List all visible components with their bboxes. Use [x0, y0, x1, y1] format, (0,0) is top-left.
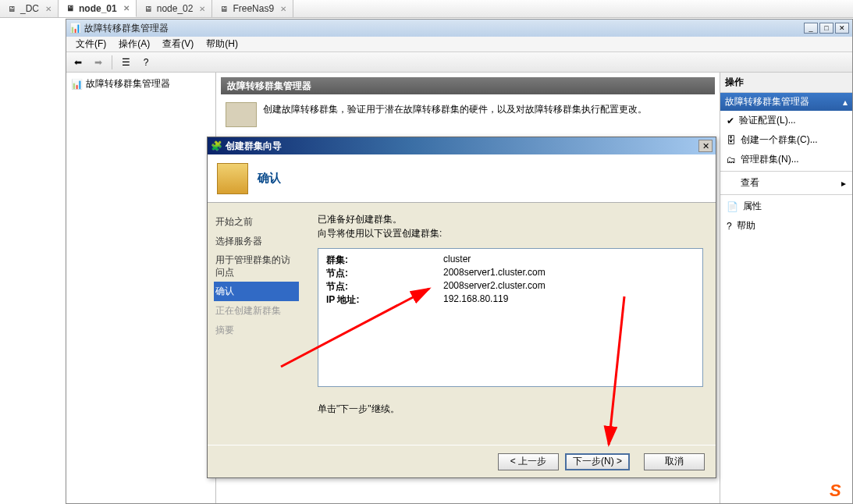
menu-file[interactable]: 文件(F): [71, 36, 111, 52]
action-create-cluster[interactable]: 🗄 创建一个群集(C)...: [720, 130, 852, 150]
separator: [720, 194, 852, 195]
step-summary: 摘要: [214, 321, 299, 340]
action-view[interactable]: 查看 ▸: [720, 173, 852, 193]
cluster-icon: 📊: [71, 79, 83, 90]
minimize-button[interactable]: _: [804, 23, 818, 34]
action-label: 创建一个群集(C)...: [741, 133, 818, 147]
window-titlebar: 📊 故障转移群集管理器 _ □ ✕: [66, 20, 852, 37]
tab-label: _DC: [20, 3, 39, 14]
close-icon[interactable]: ✕: [280, 5, 286, 13]
action-help[interactable]: ? 帮助: [720, 216, 852, 236]
row-value: 192.168.80.119: [443, 293, 695, 307]
app-icon: 📊: [69, 23, 81, 34]
settings-box[interactable]: 群集: cluster 节点: 2008server1.cluster.com …: [318, 248, 703, 387]
cancel-button[interactable]: 取消: [644, 453, 705, 470]
step-access-point[interactable]: 用于管理群集的访问点: [214, 251, 299, 282]
close-button[interactable]: ✕: [835, 23, 849, 34]
vm-icon: 🖥: [219, 3, 229, 14]
create-cluster-wizard: 🧩 创建群集向导 ✕ 确认 开始之前 选择服务器 用于管理群集的访问点 确认 正…: [207, 137, 716, 478]
row-cluster: 群集: cluster: [326, 254, 695, 267]
wizard-icon: 🧩: [211, 140, 222, 151]
tab-freenas9[interactable]: 🖥 FreeNas9 ✕: [212, 0, 293, 17]
action-label: 帮助: [737, 219, 755, 232]
sogou-icon: S: [830, 481, 850, 501]
row-node1: 节点: 2008server1.cluster.com: [326, 267, 695, 280]
back-button[interactable]: < 上一步: [498, 453, 559, 470]
vm-icon: 🖥: [6, 3, 17, 14]
wizard-hint: 单击"下一步"继续。: [318, 403, 703, 416]
step-begin[interactable]: 开始之前: [214, 212, 299, 232]
row-value: cluster: [443, 254, 695, 267]
help-icon: ?: [727, 221, 732, 232]
action-label: 管理群集(N)...: [741, 153, 799, 166]
center-header: 故障转移群集管理器: [221, 77, 715, 94]
row-key: IP 地址:: [326, 293, 443, 307]
wizard-step-icon: [217, 163, 248, 194]
back-button[interactable]: ⬅: [69, 54, 87, 71]
row-key: 节点:: [326, 280, 443, 293]
actions-subheader-label: 故障转移群集管理器: [725, 95, 809, 108]
menubar: 文件(F) 操作(A) 查看(V) 帮助(H): [66, 37, 852, 52]
actions-subheader: 故障转移群集管理器 ▴: [720, 93, 852, 111]
actions-header: 操作: [720, 73, 852, 93]
next-button[interactable]: 下一步(N) >: [565, 453, 630, 470]
cluster-icon: 🗄: [727, 135, 736, 146]
tab-label: node_02: [157, 3, 194, 14]
row-value: 2008server1.cluster.com: [443, 267, 695, 280]
vm-icon: 🖥: [65, 3, 76, 14]
tree-root[interactable]: 📊 故障转移群集管理器: [69, 76, 212, 92]
tab-label: FreeNas9: [233, 3, 274, 14]
vm-icon: 🖥: [143, 3, 154, 14]
actions-pane: 操作 故障转移群集管理器 ▴ ✔ 验证配置(L)... 🗄 创建一个群集(C).…: [720, 73, 852, 503]
check-icon: ✔: [727, 115, 734, 126]
menu-view[interactable]: 查看(V): [158, 36, 198, 52]
action-label: 查看: [741, 176, 759, 190]
menu-help[interactable]: 帮助(H): [201, 36, 243, 52]
tab-label: node_01: [79, 3, 117, 14]
wizard-intro: 已准备好创建群集。 向导将使用以下设置创建群集:: [318, 212, 703, 240]
separator: [720, 171, 852, 172]
manage-icon: 🗂: [727, 154, 736, 165]
row-value: 2008server2.cluster.com: [443, 280, 695, 293]
wizard-header: 确认: [208, 154, 716, 203]
row-ip: IP 地址: 192.168.80.119: [326, 293, 695, 307]
action-properties[interactable]: 📄 属性: [720, 197, 852, 216]
wizard-title: 创建群集向导: [226, 140, 282, 153]
tab-node01[interactable]: 🖥 node_01 ✕: [59, 0, 137, 17]
step-select-servers[interactable]: 选择服务器: [214, 232, 299, 251]
chevron-right-icon: ▸: [841, 178, 846, 189]
forward-button[interactable]: ➡: [90, 54, 107, 71]
servers-icon: [226, 102, 257, 127]
step-confirm[interactable]: 确认: [214, 282, 299, 301]
close-icon[interactable]: ✕: [123, 4, 130, 12]
wizard-buttons: < 上一步 下一步(N) > 取消: [208, 445, 716, 477]
action-label: 属性: [743, 200, 762, 213]
close-icon[interactable]: ✕: [199, 5, 205, 13]
row-node2: 节点: 2008server2.cluster.com: [326, 280, 695, 293]
wizard-titlebar[interactable]: 🧩 创建群集向导 ✕: [208, 137, 716, 154]
intro-line2: 向导将使用以下设置创建群集:: [318, 226, 703, 240]
tree-root-label: 故障转移群集管理器: [86, 77, 170, 91]
wizard-close-button[interactable]: ✕: [698, 140, 713, 152]
window-title: 故障转移群集管理器: [84, 22, 169, 35]
menu-action[interactable]: 操作(A): [114, 36, 155, 52]
row-key: 节点:: [326, 267, 443, 280]
wizard-main: 已准备好创建群集。 向导将使用以下设置创建群集: 群集: cluster 节点:…: [305, 203, 716, 445]
separator: [112, 55, 112, 69]
props-icon: 📄: [727, 201, 738, 212]
host-tabstrip: 🖥 _DC ✕ 🖥 node_01 ✕ 🖥 node_02 ✕ 🖥 FreeNa…: [0, 0, 853, 18]
row-key: 群集:: [326, 254, 443, 267]
center-description: 创建故障转移群集，验证用于潜在故障转移群集的硬件，以及对故障转移群集执行配置更改…: [263, 102, 647, 127]
action-manage-cluster[interactable]: 🗂 管理群集(N)...: [720, 150, 852, 169]
maximize-button[interactable]: □: [819, 23, 833, 34]
tab-dc[interactable]: 🖥 _DC ✕: [0, 0, 59, 17]
wizard-step-title: 确认: [258, 171, 281, 186]
chevron-up-icon[interactable]: ▴: [843, 97, 848, 108]
tab-node02[interactable]: 🖥 node_02 ✕: [137, 0, 213, 17]
close-icon[interactable]: ✕: [45, 5, 52, 13]
help-button[interactable]: ?: [137, 54, 155, 71]
intro-line1: 已准备好创建群集。: [318, 212, 703, 226]
action-validate[interactable]: ✔ 验证配置(L)...: [720, 111, 852, 130]
toolbar: ⬅ ➡ ☰ ?: [66, 52, 852, 73]
show-hide-button[interactable]: ☰: [117, 54, 134, 71]
